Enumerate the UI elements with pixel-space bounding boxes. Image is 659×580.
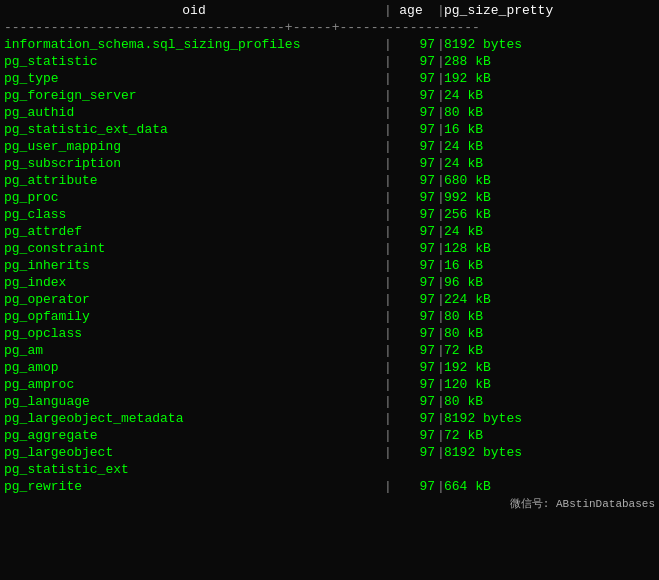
cell-oid: pg_class	[4, 207, 384, 222]
cell-oid: pg_statistic_ext	[4, 462, 384, 477]
terminal-output: oid | age | pg_size_pretty -------------…	[0, 0, 659, 514]
cell-oid: pg_rewrite	[4, 479, 384, 494]
cell-size: 16 kB	[440, 258, 560, 273]
cell-size: 80 kB	[440, 394, 560, 409]
cell-size	[440, 462, 560, 477]
cell-oid: pg_user_mapping	[4, 139, 384, 154]
table-row: pg_am | 97 | 72 kB	[0, 342, 659, 359]
cell-oid: pg_amproc	[4, 377, 384, 392]
cell-age: 97	[387, 445, 437, 460]
cell-oid: pg_statistic_ext_data	[4, 122, 384, 137]
watermark: 微信号: ABstinDatabases	[0, 495, 659, 512]
cell-size: 120 kB	[440, 377, 560, 392]
cell-size: 80 kB	[440, 105, 560, 120]
table-row: pg_type | 97 | 192 kB	[0, 70, 659, 87]
cell-age: 97	[387, 258, 437, 273]
table-row: pg_opclass | 97 | 80 kB	[0, 325, 659, 342]
cell-oid: pg_opfamily	[4, 309, 384, 324]
cell-size: 16 kB	[440, 122, 560, 137]
cell-age: 97	[387, 360, 437, 375]
cell-age	[387, 462, 437, 477]
table-row: pg_statistic_ext_data | 97 | 16 kB	[0, 121, 659, 138]
cell-size: 80 kB	[440, 326, 560, 341]
cell-size: 24 kB	[440, 156, 560, 171]
header-oid: oid	[4, 3, 384, 18]
cell-oid: pg_attrdef	[4, 224, 384, 239]
cell-size: 24 kB	[440, 224, 560, 239]
cell-age: 97	[387, 241, 437, 256]
cell-age: 97	[387, 139, 437, 154]
cell-age: 97	[387, 224, 437, 239]
cell-size: 96 kB	[440, 275, 560, 290]
table-row: pg_amop | 97 | 192 kB	[0, 359, 659, 376]
cell-oid: pg_statistic	[4, 54, 384, 69]
cell-age: 97	[387, 428, 437, 443]
cell-oid: pg_type	[4, 71, 384, 86]
cell-oid: pg_largeobject_metadata	[4, 411, 384, 426]
table-row: information_schema.sql_sizing_profiles |…	[0, 36, 659, 53]
cell-oid: pg_am	[4, 343, 384, 358]
header-size: pg_size_pretty	[440, 3, 560, 18]
cell-oid: pg_amop	[4, 360, 384, 375]
table-row: pg_aggregate | 97 | 72 kB	[0, 427, 659, 444]
cell-age: 97	[387, 71, 437, 86]
cell-size: 256 kB	[440, 207, 560, 222]
cell-size: 8192 bytes	[440, 411, 560, 426]
cell-oid: pg_attribute	[4, 173, 384, 188]
table-row: pg_statistic | 97 | 288 kB	[0, 53, 659, 70]
cell-size: 224 kB	[440, 292, 560, 307]
table-row: pg_user_mapping | 97 | 24 kB	[0, 138, 659, 155]
cell-oid: pg_aggregate	[4, 428, 384, 443]
table-row: pg_largeobject_metadata | 97 | 8192 byte…	[0, 410, 659, 427]
cell-age: 97	[387, 292, 437, 307]
header-age: age	[387, 3, 437, 18]
cell-size: 680 kB	[440, 173, 560, 188]
cell-size: 72 kB	[440, 343, 560, 358]
table-row: pg_operator | 97 | 224 kB	[0, 291, 659, 308]
table-row: pg_proc | 97 | 992 kB	[0, 189, 659, 206]
cell-size: 192 kB	[440, 360, 560, 375]
cell-oid: pg_language	[4, 394, 384, 409]
cell-oid: pg_operator	[4, 292, 384, 307]
table-row: pg_authid | 97 | 80 kB	[0, 104, 659, 121]
table-row: pg_attrdef | 97 | 24 kB	[0, 223, 659, 240]
cell-oid: pg_foreign_server	[4, 88, 384, 103]
cell-age: 97	[387, 37, 437, 52]
cell-oid: pg_proc	[4, 190, 384, 205]
cell-size: 80 kB	[440, 309, 560, 324]
cell-age: 97	[387, 173, 437, 188]
cell-age: 97	[387, 394, 437, 409]
cell-age: 97	[387, 105, 437, 120]
cell-oid: pg_constraint	[4, 241, 384, 256]
cell-size: 8192 bytes	[440, 37, 560, 52]
cell-size: 664 kB	[440, 479, 560, 494]
cell-size: 992 kB	[440, 190, 560, 205]
cell-age: 97	[387, 309, 437, 324]
table-row: pg_subscription | 97 | 24 kB	[0, 155, 659, 172]
cell-oid: pg_opclass	[4, 326, 384, 341]
table-row: pg_rewrite | 97 | 664 kB	[0, 478, 659, 495]
cell-size: 72 kB	[440, 428, 560, 443]
cell-size: 8192 bytes	[440, 445, 560, 460]
cell-oid: pg_largeobject	[4, 445, 384, 460]
cell-size: 24 kB	[440, 88, 560, 103]
table-row: pg_statistic_ext	[0, 461, 659, 478]
cell-age: 97	[387, 122, 437, 137]
table-row: pg_class | 97 | 256 kB	[0, 206, 659, 223]
cell-size: 288 kB	[440, 54, 560, 69]
cell-age: 97	[387, 411, 437, 426]
table-row: pg_constraint | 97 | 128 kB	[0, 240, 659, 257]
cell-age: 97	[387, 54, 437, 69]
cell-oid: information_schema.sql_sizing_profiles	[4, 37, 384, 52]
cell-oid: pg_index	[4, 275, 384, 290]
cell-age: 97	[387, 275, 437, 290]
cell-age: 97	[387, 207, 437, 222]
table-body: information_schema.sql_sizing_profiles |…	[0, 36, 659, 495]
cell-size: 24 kB	[440, 139, 560, 154]
cell-age: 97	[387, 479, 437, 494]
table-row: pg_attribute | 97 | 680 kB	[0, 172, 659, 189]
divider: ------------------------------------+---…	[0, 19, 659, 36]
table-header: oid | age | pg_size_pretty	[0, 2, 659, 19]
cell-size: 192 kB	[440, 71, 560, 86]
cell-oid: pg_authid	[4, 105, 384, 120]
